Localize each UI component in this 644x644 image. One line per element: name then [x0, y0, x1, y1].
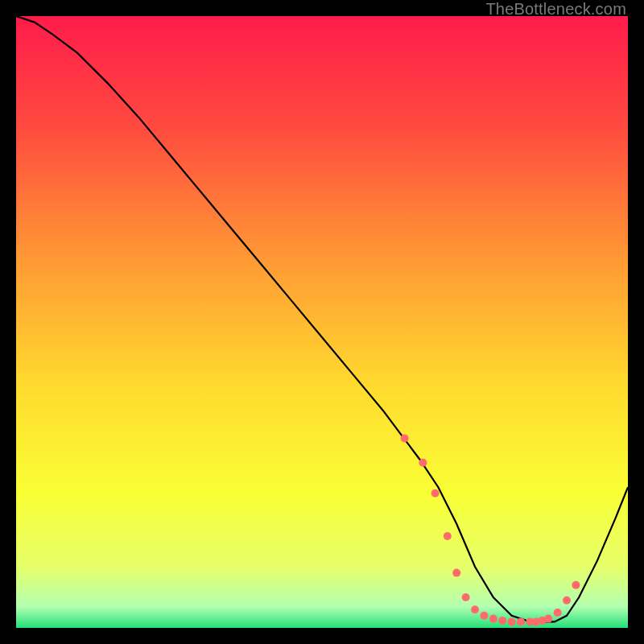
highlight-dot: [452, 569, 460, 577]
highlight-dot: [498, 617, 506, 625]
highlight-dot: [431, 489, 440, 497]
highlight-dot: [572, 581, 580, 589]
highlight-dot: [544, 615, 552, 623]
highlight-dot: [471, 605, 479, 613]
highlight-dot: [554, 609, 562, 617]
highlight-dot: [489, 615, 497, 623]
highlight-dot: [419, 459, 427, 467]
chart-background: [16, 16, 628, 628]
highlight-dot: [480, 612, 488, 620]
highlight-dot: [401, 434, 409, 442]
watermark-label: TheBottleneck.com: [485, 0, 626, 19]
chart-frame: [16, 16, 628, 628]
highlight-dot: [462, 593, 470, 601]
highlight-dot: [444, 532, 452, 540]
highlight-dot: [508, 617, 516, 625]
highlight-dot: [517, 617, 525, 625]
bottleneck-chart: [16, 16, 628, 628]
highlight-dot: [563, 597, 571, 605]
